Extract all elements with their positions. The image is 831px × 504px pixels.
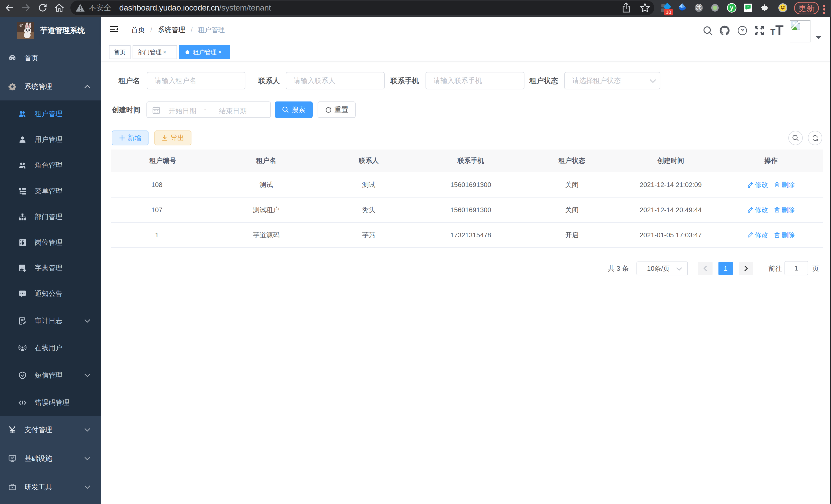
svg-text:?: ? xyxy=(741,28,744,33)
